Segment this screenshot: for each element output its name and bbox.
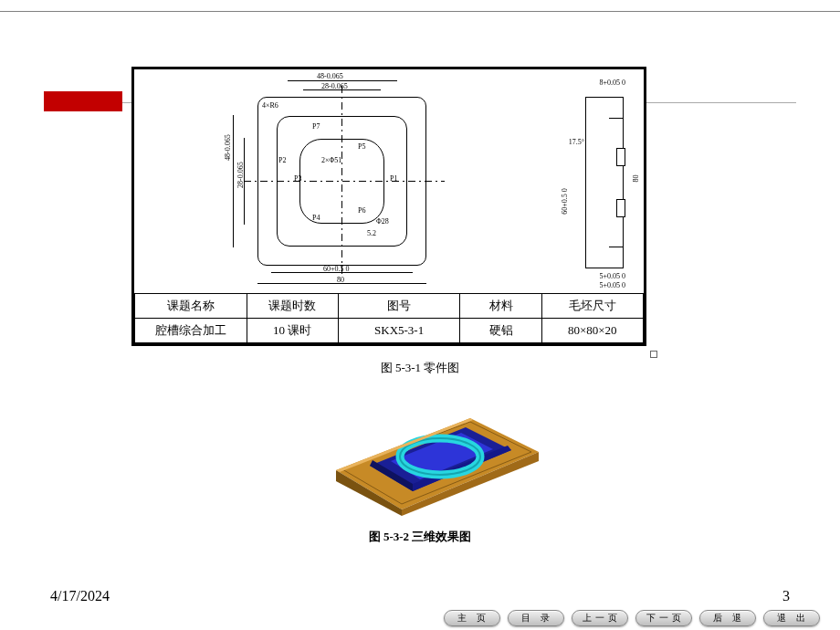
- side-step-line: [609, 118, 623, 119]
- point-label: P6: [358, 206, 365, 215]
- header-cell: 图号: [338, 294, 460, 319]
- dimension-text: 60+0.5 0: [323, 265, 350, 273]
- red-accent-stripe: [44, 91, 122, 111]
- dimension-text: 28-0.065: [236, 162, 245, 188]
- table-row: 腔槽综合加工 10 课时 SKX5-3-1 硬铝 80×80×20: [135, 319, 644, 343]
- dimension-text: 48-0.065: [317, 72, 343, 80]
- dimension-text: 8+0.05 0: [599, 79, 625, 87]
- value-cell: 腔槽综合加工: [135, 319, 247, 343]
- header-cell: 材料: [460, 294, 541, 319]
- placeholder-marker: [650, 351, 657, 358]
- dimension-text: 5.2: [367, 229, 376, 237]
- dim-line: [233, 115, 234, 247]
- nav-toc-button[interactable]: 目 录: [508, 610, 564, 626]
- nav-back-button[interactable]: 后 退: [699, 610, 756, 626]
- centerline-vertical: [341, 86, 342, 278]
- dimension-text: 2×Φ51: [321, 156, 341, 164]
- value-cell: SKX5-3-1: [338, 319, 460, 343]
- dimension-text: 4×R6: [262, 101, 278, 110]
- dim-line: [288, 80, 397, 81]
- nav-prev-button[interactable]: 上一页: [572, 610, 628, 626]
- point-label: P2: [278, 156, 286, 164]
- table-row: 课题名称 课题时数 图号 材料 毛坯尺寸: [135, 294, 644, 319]
- point-label: P7: [312, 122, 320, 131]
- footer-page-number: 3: [782, 588, 790, 604]
- value-cell: 80×80×20: [541, 319, 643, 343]
- engineering-drawing-frame: 48-0.065 28-0.065 4×R6 P7 P5 P3 P2 P4 P1…: [131, 67, 646, 346]
- point-label: P4: [312, 214, 320, 222]
- three-d-render: [292, 374, 548, 516]
- title-block-table: 课题名称 课题时数 图号 材料 毛坯尺寸 腔槽综合加工 10 课时 SKX5-3…: [134, 293, 644, 343]
- side-notch: [616, 148, 625, 166]
- side-notch: [616, 199, 625, 217]
- side-step-line: [609, 247, 623, 247]
- navigation-bar: 主 页 目 录 上一页 下一页 后 退 退 出: [444, 610, 820, 626]
- dimension-text: Φ28: [376, 217, 389, 226]
- nav-exit-button[interactable]: 退 出: [763, 610, 820, 626]
- side-view: [585, 97, 624, 268]
- value-cell: 10 课时: [247, 319, 338, 343]
- top-ruler: [0, 11, 840, 12]
- value-cell: 硬铝: [460, 319, 541, 343]
- point-label: P1: [390, 174, 397, 183]
- point-label: P3: [294, 174, 301, 183]
- dimension-text: 28-0.065: [321, 82, 348, 90]
- nav-next-button[interactable]: 下一页: [635, 610, 692, 626]
- render-svg: [292, 374, 548, 516]
- header-cell: 课题时数: [247, 294, 338, 319]
- dimension-text: 17.5°: [569, 138, 584, 146]
- dimension-text: 48-0.065: [224, 134, 232, 161]
- render-section: 图 5-3-2 三维效果图: [0, 374, 840, 545]
- header-cell: 课题名称: [135, 294, 247, 319]
- dimension-text: 5+0.05 0: [599, 281, 625, 289]
- dimension-text: 5+0.05 0: [599, 272, 625, 280]
- header-cell: 毛坯尺寸: [541, 294, 643, 319]
- dimension-text: 80: [632, 175, 640, 183]
- footer-date: 4/17/2024: [50, 588, 110, 604]
- point-label: P5: [358, 142, 365, 151]
- slide-footer: 4/17/2024 3: [0, 588, 840, 604]
- dimension-text: 60+0.5 0: [561, 188, 569, 215]
- orthographic-drawing-area: 48-0.065 28-0.065 4×R6 P7 P5 P3 P2 P4 P1…: [134, 69, 644, 293]
- nav-home-button[interactable]: 主 页: [444, 610, 500, 626]
- figure-caption-2: 图 5-3-2 三维效果图: [0, 529, 840, 545]
- centerline-horizontal: [244, 181, 445, 182]
- dimension-text: 80: [337, 276, 344, 284]
